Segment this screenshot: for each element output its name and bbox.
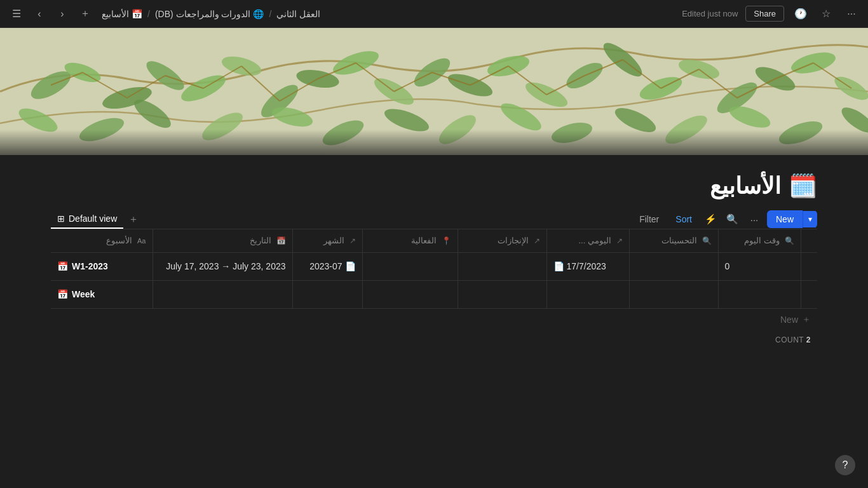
th-name[interactable]: Aa الأسبوع (51, 229, 153, 252)
th-activity-label: الفعالية (411, 236, 437, 245)
topbar: ☰ ‹ › ＋ العقل الثاني / 🌐 الدورات والمراج… (0, 0, 868, 28)
new-button[interactable]: New (767, 210, 803, 228)
cell-daily-2[interactable] (546, 280, 629, 308)
nav-forward-icon[interactable]: › (53, 5, 71, 23)
add-page-icon[interactable]: ＋ (76, 5, 94, 23)
row1-today-time-text: 0 (725, 261, 730, 271)
svg-rect-60 (0, 130, 868, 155)
th-improvements[interactable]: 🔍 التحسينات (629, 229, 718, 252)
cell-today-time-1[interactable]: 0 (718, 252, 801, 280)
add-row-plus-icon: ＋ (802, 314, 811, 325)
row1-daily-text: 17/7/2023 (567, 261, 606, 271)
cell-date-1[interactable]: July 17, 2023 → July 23, 2023 (153, 252, 292, 280)
cell-improvements-1[interactable] (629, 252, 718, 280)
filter-button[interactable]: Filter (633, 212, 665, 227)
row1-name-text: 2023-W1 (72, 261, 108, 271)
nav-back-icon[interactable]: ‹ (31, 5, 48, 23)
row2-name-icon: 📅 (57, 289, 68, 299)
th-today-time[interactable]: 🔍 وقت اليوم (718, 229, 801, 252)
th-achievements-label: الإنجازات (498, 236, 529, 245)
topbar-left: ☰ ‹ › ＋ العقل الثاني / 🌐 الدورات والمراج… (8, 5, 323, 23)
breadcrumb-second-mind-label: العقل الثاني (276, 9, 320, 19)
table-header-row: Aa الأسبوع 📅 التاريخ ↗ الشهر 📍 الفعالية (51, 229, 817, 252)
sort-button[interactable]: Sort (669, 212, 698, 227)
help-button[interactable]: ? (835, 455, 855, 475)
th-achievements-icon: ↗ (534, 236, 540, 245)
filter-label: Filter (639, 214, 659, 224)
history-icon[interactable]: 🕐 (792, 5, 810, 23)
table-row: Week 📅 (51, 280, 817, 308)
cell-extra-2 (801, 280, 817, 308)
cell-name-2[interactable]: Week 📅 (51, 280, 153, 308)
cell-achievements-2[interactable] (458, 280, 546, 308)
add-view-button[interactable]: ＋ (126, 212, 141, 227)
th-date[interactable]: 📅 التاريخ (153, 229, 292, 252)
breadcrumb-db-courses[interactable]: 🌐 الدورات والمراجعات (DB) (153, 8, 267, 20)
row1-name-icon: 📅 (57, 261, 68, 271)
favorite-icon[interactable]: ☆ (817, 5, 835, 23)
row1-daily-icon: 📄 (553, 261, 564, 271)
views-right: Filter Sort ⚡ 🔍 ··· New ▾ (633, 210, 817, 228)
breadcrumb-db-label: الدورات والمراجعات (DB) (155, 9, 251, 19)
tab-default-view[interactable]: ⊞ Default view (51, 210, 123, 229)
breadcrumb-second-mind[interactable]: العقل الثاني (274, 8, 323, 20)
th-today-time-label: وقت اليوم (744, 236, 780, 245)
share-button[interactable]: Share (745, 6, 784, 22)
cell-improvements-2[interactable] (629, 280, 718, 308)
sidebar-toggle-icon[interactable]: ☰ (8, 5, 25, 23)
add-row-button[interactable]: ＋ New (51, 309, 817, 330)
count-row: COUNT 2 (51, 330, 817, 349)
th-improvements-icon: 🔍 (702, 236, 712, 245)
cell-extra-1 (801, 252, 817, 280)
cell-activity-2[interactable] (362, 280, 458, 308)
database-table: Aa الأسبوع 📅 التاريخ ↗ الشهر 📍 الفعالية (51, 229, 817, 349)
page-content: 🗓️ الأسابيع ⊞ Default view ＋ Filter Sort… (0, 155, 868, 349)
count-value: 2 (806, 336, 811, 344)
th-improvements-label: التحسينات (661, 236, 697, 245)
cell-month-1[interactable]: 📄 2023-07 (292, 252, 362, 280)
th-daily-label: اليومي ... (578, 236, 611, 245)
cell-daily-1[interactable]: 17/7/2023 📄 (546, 252, 629, 280)
row1-date-text: July 17, 2023 → July 23, 2023 (166, 261, 285, 271)
th-date-label: التاريخ (250, 236, 271, 245)
cell-month-2[interactable] (292, 280, 362, 308)
breadcrumb: العقل الثاني / 🌐 الدورات والمراجعات (DB)… (99, 8, 323, 20)
th-month-label: الشهر (323, 236, 344, 245)
topbar-right: Edited just now Share 🕐 ☆ ··· (682, 5, 860, 23)
cell-today-time-2[interactable] (718, 280, 801, 308)
th-date-icon: 📅 (276, 236, 286, 245)
views-left: ⊞ Default view ＋ (51, 210, 141, 229)
edited-status: Edited just now (682, 9, 738, 18)
search-icon[interactable]: 🔍 (724, 210, 742, 228)
th-name-prefix: Aa (137, 237, 146, 245)
more-options-icon[interactable]: ··· (843, 5, 860, 23)
table-icon: ⊞ (57, 214, 65, 224)
row2-name-text: Week (72, 289, 95, 299)
page-banner (0, 28, 868, 155)
new-button-dropdown[interactable]: ▾ (803, 211, 817, 227)
th-month[interactable]: ↗ الشهر (292, 229, 362, 252)
th-today-time-icon: 🔍 (785, 236, 794, 245)
more-options-icon[interactable]: ··· (745, 210, 763, 228)
breadcrumb-db-icon: 🌐 (253, 9, 264, 19)
table-row: 2023-W1 📅 July 17, 2023 → July 23, 2023 … (51, 252, 817, 280)
cell-activity-1[interactable] (362, 252, 458, 280)
th-activity[interactable]: 📍 الفعالية (362, 229, 458, 252)
page-title-area: 🗓️ الأسابيع (51, 155, 817, 210)
cell-name-1[interactable]: 2023-W1 📅 (51, 252, 153, 280)
th-activity-icon: 📍 (442, 236, 451, 245)
th-name-label: الأسبوع (106, 236, 132, 245)
cell-achievements-1[interactable] (458, 252, 546, 280)
th-daily[interactable]: ↗ اليومي ... (546, 229, 629, 252)
th-extra[interactable]: ＋ (801, 229, 817, 252)
cell-date-2[interactable] (153, 280, 292, 308)
sort-label: Sort (675, 214, 692, 224)
breadcrumb-sep-2: / (269, 9, 271, 19)
row1-month-icon: 📄 (345, 261, 356, 271)
new-button-group: New ▾ (767, 210, 817, 228)
breadcrumb-asbua[interactable]: 📅 الأسابيع (99, 8, 145, 20)
th-month-icon: ↗ (349, 236, 356, 245)
lightning-icon[interactable]: ⚡ (702, 210, 720, 228)
th-achievements[interactable]: ↗ الإنجازات (458, 229, 546, 252)
tab-default-view-label: Default view (69, 214, 117, 224)
